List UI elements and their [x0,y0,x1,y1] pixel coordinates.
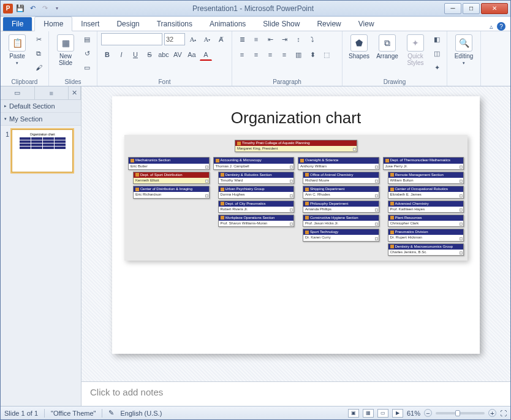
justify-icon[interactable]: ≡ [278,48,290,61]
tab-view[interactable]: View [350,17,383,31]
slide-thumb[interactable]: Organization chart [12,129,73,172]
indent-dec-icon[interactable]: ⇤ [264,33,276,45]
tab-design[interactable]: Design [108,17,148,31]
org-node[interactable]: Office of Animal ChemistryRichard Moore [303,172,379,184]
org-node[interactable]: Workplace Operations SectionProf. Sharon… [218,215,295,227]
slide-canvas[interactable]: Organization chart Timothy Pratt College… [112,96,480,354]
maximize-button[interactable]: □ [463,3,480,14]
new-slide-button[interactable]: ▦ New Slide [53,33,78,67]
bold-icon[interactable]: B [101,48,113,61]
align-center-icon[interactable]: ≡ [250,48,262,61]
pane-close-icon[interactable]: ✕ [69,86,81,99]
tab-home[interactable]: Home [34,17,72,31]
org-node[interactable]: Urban Psychiatry GroupDonna Hughes [218,186,295,198]
tab-slideshow[interactable]: Slide Show [254,17,308,31]
text-direction-icon[interactable]: ⤵ [306,33,319,45]
org-node[interactable]: Remote Management SectionWilliam Bolton [388,172,464,184]
slide-thumbnail-1[interactable]: 1 Organization chart [1,126,81,176]
org-node[interactable]: Pneumatics DivisionDr. Rupert Hickman [388,229,464,241]
quick-styles-button[interactable]: ✦Quick Styles [403,33,428,67]
indent-inc-icon[interactable]: ⇥ [278,33,290,45]
line-spacing-icon[interactable]: ↕ [292,33,305,45]
org-node[interactable]: Shipping DepartmentAnn C. Rhodes [303,186,379,198]
org-node[interactable]: Constructive Hygiene SectionProf. Jason … [303,215,379,227]
qat-dropdown-icon[interactable]: ▾ [52,4,62,13]
shapes-button[interactable]: ⬟Shapes [346,33,372,61]
org-node-root[interactable]: Timothy Pratt College of Aquatic Plannin… [235,140,357,152]
help-icon[interactable]: ? [497,22,505,31]
tab-transitions[interactable]: Transitions [148,17,201,31]
org-node[interactable]: Oversight & ScienceAnthony William [298,157,379,169]
minimize-button[interactable]: ─ [444,3,461,14]
smartart-icon[interactable]: ⬚ [320,48,333,61]
section-my[interactable]: ▾My Section [1,113,81,126]
clear-format-icon[interactable]: A̸ [215,33,227,45]
spellcheck-icon[interactable]: ✎ [108,409,114,417]
shape-fill-icon[interactable]: ◧ [431,33,443,45]
copy-icon[interactable]: ⧉ [32,47,45,59]
section-default[interactable]: ▸Default Section [1,100,81,113]
org-node[interactable]: Dept. of Thermonuclear MathematicsJose P… [383,157,464,169]
align-left-icon[interactable]: ≡ [236,48,248,61]
font-color-icon[interactable]: A [200,48,212,61]
org-node[interactable]: Sport TechnologyDr. Karen Curry [303,229,379,241]
section-icon[interactable]: ▭ [81,61,93,74]
arrange-button[interactable]: ⧉Arrange [374,33,400,61]
bullets-icon[interactable]: ≣ [236,33,248,45]
normal-view-icon[interactable]: ▣ [348,409,359,418]
columns-icon[interactable]: ▥ [292,48,305,61]
org-node[interactable]: Dentistry & Robotics SectionTimothy Ward [218,172,295,184]
tab-review[interactable]: Review [308,17,349,31]
grow-font-icon[interactable]: A▴ [187,33,199,45]
font-size-select[interactable] [164,33,185,45]
org-node[interactable]: Mechatronics SectionEric Butler [128,157,210,169]
tab-insert[interactable]: Insert [72,17,108,31]
strike-icon[interactable]: S [143,48,156,61]
org-node[interactable]: Dentistry & Macroeconomics GroupCharles … [388,243,464,256]
underline-icon[interactable]: U [129,48,142,61]
undo-icon[interactable]: ↶ [28,4,37,13]
zoom-out-icon[interactable]: − [424,409,432,417]
tab-file[interactable]: File [3,17,32,31]
align-text-icon[interactable]: ⬍ [306,48,319,61]
pane-tab-outline[interactable]: ≡ [35,86,69,99]
shadow-icon[interactable]: abc [157,48,170,61]
redo-icon[interactable]: ↷ [40,4,50,13]
org-node[interactable]: Dept. of Sport DistributionKenneth Ellio… [133,172,210,184]
org-node[interactable]: Center of Distribution & ImagingEric Ric… [133,186,210,198]
slideshow-view-icon[interactable]: ▶ [392,409,403,418]
format-painter-icon[interactable]: 🖌 [32,61,45,74]
zoom-in-icon[interactable]: + [488,409,496,417]
minimize-ribbon-icon[interactable]: ▵ [490,23,493,31]
paste-button[interactable]: 📋 Paste ▾ [4,33,30,67]
spacing-icon[interactable]: AV [172,48,184,61]
layout-icon[interactable]: ▤ [81,33,93,45]
org-chart[interactable]: Timothy Pratt College of Aquatic Plannin… [124,135,467,261]
status-language[interactable]: English (U.S.) [120,410,162,417]
case-icon[interactable]: Aa [186,48,198,61]
numbering-icon[interactable]: ≡ [250,33,262,45]
reset-icon[interactable]: ↺ [81,47,93,59]
fit-window-icon[interactable]: ⛶ [500,410,507,417]
shrink-font-icon[interactable]: A▾ [201,33,213,45]
org-node[interactable]: Philosophy DepartmentAmanda Phillips [303,200,379,213]
slide-title[interactable]: Organization chart [124,109,467,128]
cut-icon[interactable]: ✂ [32,33,45,45]
org-node[interactable]: Advanced ChemistryProf. Kathleen Hayes [388,200,464,213]
italic-icon[interactable]: I [115,48,127,61]
align-right-icon[interactable]: ≡ [264,48,276,61]
save-icon[interactable]: 💾 [15,4,25,13]
shape-effects-icon[interactable]: ✦ [431,61,443,74]
org-node[interactable]: Dept. of City PneumaticsRobert Rivera Jr… [218,200,295,213]
pane-tab-slides[interactable]: ▭ [1,86,35,99]
close-button[interactable]: ✕ [481,3,508,14]
reading-view-icon[interactable]: ▭ [377,409,388,418]
zoom-slider[interactable] [436,412,485,414]
org-node[interactable]: Center of Occupational RoboticsElizabeth… [388,186,464,198]
org-node[interactable]: Plant ResourcesChristopher Clark [388,215,464,227]
editing-button[interactable]: 🔍Editing▾ [451,33,477,67]
org-node[interactable]: Accounting & MicroscopyThomas J. Campbel… [213,157,295,169]
sorter-view-icon[interactable]: ▦ [363,409,374,418]
shape-outline-icon[interactable]: ◫ [431,47,443,59]
font-family-select[interactable] [101,33,162,45]
